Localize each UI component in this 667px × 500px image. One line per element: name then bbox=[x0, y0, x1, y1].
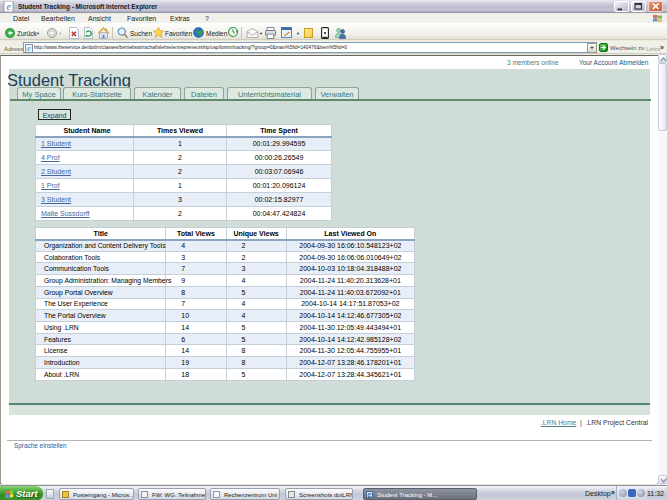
svg-text:e: e bbox=[6, 2, 10, 12]
